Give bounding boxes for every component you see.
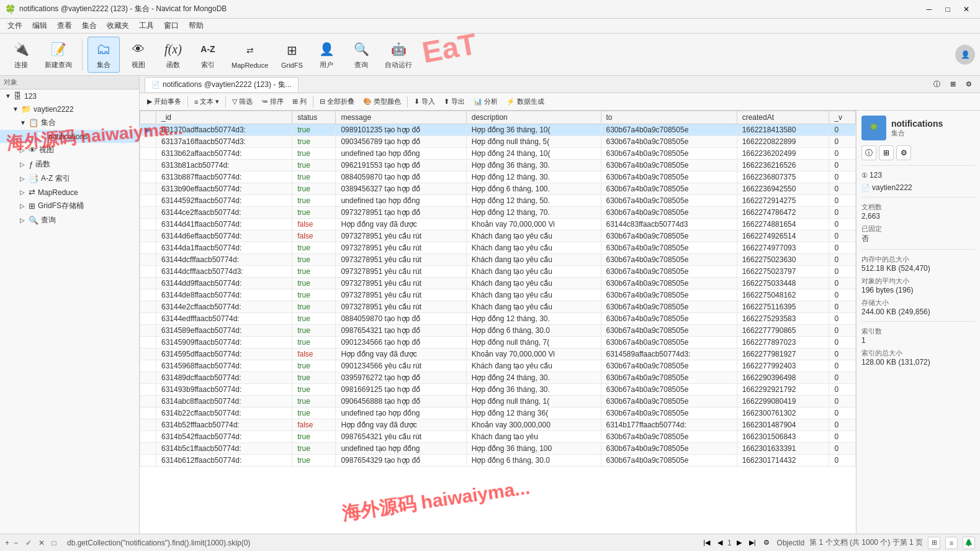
table-cell[interactable]: 6314b612ffaacb50774d: — [156, 455, 292, 467]
sidebar-item-gridfs[interactable]: ▷ ⊞ GridFS存储桶 — [0, 199, 139, 213]
table-row[interactable]: 6314b5c1ffaacb50774d:trueundefined tạo h… — [140, 443, 856, 455]
table-cell[interactable]: 63144e2cffaacb50774d: — [156, 301, 292, 313]
table-cell[interactable]: true — [292, 396, 336, 408]
table-cell[interactable]: true — [292, 372, 336, 384]
table-cell[interactable]: 0901234566 yêu cầu rút — [336, 360, 466, 372]
table-cell[interactable]: true — [292, 148, 336, 160]
table-cell[interactable]: true — [292, 360, 336, 372]
table-cell[interactable]: Hợp đồng 6 tháng, 30.0 — [466, 455, 601, 467]
table-cell[interactable]: 0989101235 tạo hợp đồ — [336, 124, 466, 136]
view-tree-btn[interactable]: 🌲 — [963, 537, 975, 549]
collection-tab[interactable]: 📄 notifications @vaytien2222 (123) - 集..… — [145, 77, 299, 92]
table-cell[interactable]: 0973278951 yêu cầu rút — [336, 278, 466, 289]
table-cell[interactable]: 0981669125 tạo hợp đồ — [336, 384, 466, 396]
table-cell[interactable]: 63145909ffaacb50774d: — [156, 337, 292, 348]
table-cell[interactable]: 1662275033448 — [737, 278, 829, 289]
table-cell[interactable]: true — [292, 325, 336, 337]
menu-file[interactable]: 文件 — [2, 19, 27, 32]
table-cell[interactable]: 1662299080419 — [737, 396, 829, 408]
table-cell[interactable]: 0 — [829, 195, 856, 207]
table-cell[interactable]: true — [292, 254, 336, 266]
nav-settings-btn[interactable]: ⚙ — [761, 537, 772, 548]
table-cell[interactable]: 6314abc8ffaacb50774d: — [156, 396, 292, 408]
table-row[interactable]: 63144d6effaacb50774d:false0973278951 yêu… — [140, 230, 856, 242]
nav-prev-btn[interactable]: ◀ — [715, 537, 725, 548]
table-cell[interactable]: 0 — [829, 419, 856, 431]
table-cell[interactable]: 630b67a4b0a9c708505e — [601, 431, 737, 443]
table-cell[interactable]: 1662236216526 — [737, 160, 829, 171]
table-cell[interactable]: Hợp đồng 36 tháng, 10( — [466, 124, 601, 136]
menu-window[interactable]: 窗口 — [159, 19, 184, 32]
table-cell[interactable]: 63144ce2ffaacb50774d: — [156, 207, 292, 219]
sidebar-item-notifications[interactable]: 📄 notifications — [0, 130, 139, 143]
table-cell[interactable]: 0 — [829, 254, 856, 266]
table-cell[interactable]: 630b67a4b0a9c708505e — [601, 254, 737, 266]
table-cell[interactable]: 1662277992403 — [737, 360, 829, 372]
table-cell[interactable]: 1662277897023 — [737, 337, 829, 348]
minimize-button[interactable]: ─ — [920, 1, 938, 18]
table-cell[interactable]: Hợp đồng 12 tháng, 30. — [466, 171, 601, 183]
table-cell[interactable]: 0987654321 yêu cầu rút — [336, 431, 466, 443]
table-cell[interactable]: Khoản vay 70,000,000 Vi — [466, 348, 601, 360]
nav-last-btn[interactable]: ▶| — [747, 537, 758, 548]
table-cell[interactable]: 1662290396498 — [737, 372, 829, 384]
table-row[interactable]: 6313b81acb50774d:true0962191553 tạo hợp … — [140, 160, 856, 171]
table-cell[interactable]: 630b67a4b0a9c708505e — [601, 325, 737, 337]
table-cell[interactable]: 1662277790865 — [737, 325, 829, 337]
table-cell[interactable]: 63144da1ffaacb50774d: — [156, 242, 292, 254]
table-cell[interactable]: 630b67a4b0a9c708505e — [601, 207, 737, 219]
menu-view[interactable]: 查看 — [52, 19, 77, 32]
panel-gear-btn[interactable]: ⚙ — [896, 145, 911, 160]
collection-button[interactable]: 🗂 集合 — [88, 37, 120, 73]
table-cell[interactable]: 0 — [829, 313, 856, 325]
panel-info-btn[interactable]: ⓘ — [861, 145, 876, 160]
table-row[interactable]: 6314589effaacb50774d:true0987654321 tạo … — [140, 325, 856, 337]
table-row[interactable]: 6314b22cffaacb50774d:trueundefined tạo h… — [140, 408, 856, 419]
table-cell[interactable]: 630b67a4b0a9c708505e — [601, 313, 737, 325]
table-cell[interactable]: Khách đang tạo yêu cầu — [466, 266, 601, 278]
table-cell[interactable]: 0 — [829, 396, 856, 408]
table-cell[interactable]: false — [292, 230, 336, 242]
table-cell[interactable]: 1662274977093 — [737, 242, 829, 254]
table-row[interactable]: 6313b887ffaacb50774d:true0884059870 tạo … — [140, 171, 856, 183]
table-cell[interactable]: 630b67a4b0a9c708505e — [601, 301, 737, 313]
columns-btn[interactable]: ⊞ 列 — [289, 96, 310, 107]
table-cell[interactable]: 63144edfffaacb50774d: — [156, 313, 292, 325]
toolbar-remove-icon[interactable]: − — [14, 539, 18, 547]
table-cell[interactable]: 0 — [829, 278, 856, 289]
table-cell[interactable]: Hợp đồng 36 tháng, 100 — [466, 443, 601, 455]
begin-transaction-btn[interactable]: ▶ 开始事务 — [143, 96, 185, 107]
table-cell[interactable]: 0389456327 tạo hợp đồ — [336, 183, 466, 195]
table-row[interactable]: 63144da1ffaacb50774d:true0973278951 yêu … — [140, 242, 856, 254]
table-cell[interactable]: 0901234566 tạo hợp đồ — [336, 337, 466, 348]
table-cell[interactable]: 1662218413580 — [737, 124, 829, 136]
table-cell[interactable]: 1662301487904 — [737, 419, 829, 431]
table-cell[interactable]: 6313b887ffaacb50774d: — [156, 171, 292, 183]
table-cell[interactable]: 1662301506843 — [737, 431, 829, 443]
table-cell[interactable]: true — [292, 431, 336, 443]
table-cell[interactable]: undefined tạo hợp đồng — [336, 148, 466, 160]
table-cell[interactable]: Hợp đồng null tháng, 7( — [466, 337, 601, 348]
user-button[interactable]: 👤 用户 — [310, 37, 343, 73]
sidebar-item-queries[interactable]: ▷ 🔍 查询 — [0, 213, 139, 227]
sidebar-item-collections[interactable]: ▼ 📋 集合 — [0, 116, 139, 130]
table-cell[interactable]: 0973278951 tạo hợp đồ — [336, 207, 466, 219]
col-to[interactable]: to — [601, 111, 737, 124]
text-mode-btn[interactable]: ≡ 文本 ▾ — [191, 96, 223, 107]
table-row[interactable]: 63144d41ffaacb50774d:falseHợp đồng vay đ… — [140, 219, 856, 230]
table-cell[interactable]: 1662274881654 — [737, 219, 829, 230]
table-cell[interactable]: true — [292, 195, 336, 207]
table-cell[interactable]: 630b67a4b0a9c708505e — [601, 230, 737, 242]
table-cell[interactable]: Khoản vay 70,000,000 Vi — [466, 219, 601, 230]
table-cell[interactable]: Khách đang tạo yêu cầu — [466, 301, 601, 313]
table-cell[interactable]: 0987654329 tạo hợp đồ — [336, 455, 466, 467]
table-cell[interactable]: 1662275023630 — [737, 254, 829, 266]
table-cell[interactable]: 0 — [829, 183, 856, 195]
table-cell[interactable]: 0987654321 tạo hợp đồ — [336, 325, 466, 337]
table-cell[interactable]: true — [292, 278, 336, 289]
menu-collection[interactable]: 集合 — [77, 19, 102, 32]
col-description[interactable]: description — [466, 111, 601, 124]
table-cell[interactable]: 630b67a4b0a9c708505e — [601, 242, 737, 254]
index-button[interactable]: A-Z 索引 — [192, 37, 224, 73]
table-cell[interactable]: 6313b81acb50774d: — [156, 160, 292, 171]
